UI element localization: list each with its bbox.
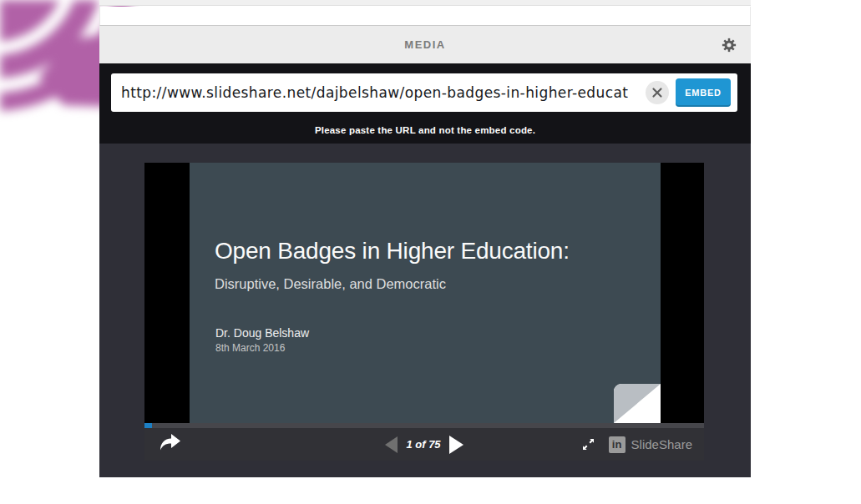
embed-url-input[interactable] (111, 73, 737, 112)
media-panel: MEDIA (99, 0, 751, 504)
slide-subtitle: Disruptive, Desirable, and Democratic (215, 276, 446, 292)
embed-preview-area: Open Badges in Higher Education: Disrupt… (99, 144, 751, 477)
media-header-title: MEDIA (404, 38, 445, 51)
media-embed-screen: MEDIA (0, 0, 861, 504)
slide-title: Open Badges in Higher Education: (215, 238, 570, 265)
fullscreen-button[interactable] (581, 437, 595, 451)
next-slide-button[interactable] (449, 436, 463, 454)
embed-button[interactable]: EMBED (676, 78, 731, 107)
page-indicator: 1 of 75 (406, 438, 440, 451)
page-curl-shade (614, 384, 661, 423)
embed-url-bar: EMBED Please paste the URL and not the e… (99, 63, 751, 144)
slide-viewport: Open Badges in Higher Education: Disrupt… (144, 163, 704, 423)
linkedin-icon: in (609, 436, 625, 453)
slide-content: Open Badges in Higher Education: Disrupt… (190, 163, 661, 423)
fullscreen-icon (581, 437, 595, 451)
close-icon (651, 87, 663, 98)
media-header: MEDIA (99, 26, 751, 63)
slideshare-brand-link[interactable]: in SlideShare (609, 436, 692, 453)
player-control-bar: 1 of 75 i (144, 428, 704, 461)
slide-author: Dr. Doug Belshaw (215, 326, 309, 340)
settings-button[interactable] (721, 37, 737, 53)
player-right-controls: in SlideShare (581, 428, 692, 461)
slide-date: 8th March 2016 (215, 342, 285, 354)
gear-icon (722, 38, 737, 53)
embed-help-text: Please paste the URL and not the embed c… (99, 125, 751, 135)
previous-slide-button[interactable] (385, 436, 398, 453)
slideshare-player: Open Badges in Higher Education: Disrupt… (144, 163, 704, 461)
page-curl-corner[interactable] (614, 384, 661, 423)
top-divider-strip (99, 0, 751, 6)
editor-content-strip (99, 7, 751, 26)
clear-url-button[interactable] (646, 81, 669, 104)
slideshare-brand-label: SlideShare (631, 437, 692, 451)
